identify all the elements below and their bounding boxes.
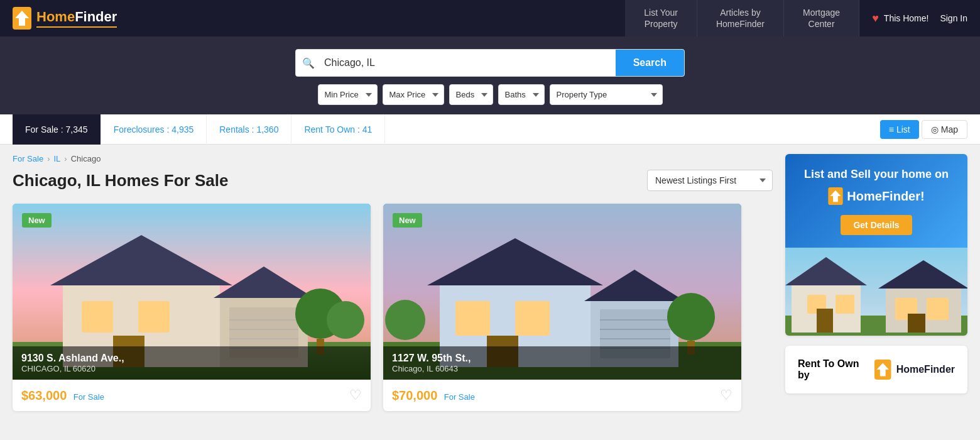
card-price-row-1: $63,000 For Sale (21, 388, 104, 403)
rent-to-own-label: Rent To Own by (798, 358, 869, 381)
svg-point-35 (385, 300, 425, 340)
favorite-button-2[interactable]: ♡ (720, 387, 732, 404)
search-area: 🔍 Search Min Price Max Price Beds Baths … (0, 36, 980, 114)
svg-rect-8 (82, 301, 113, 333)
card-footer-1: $63,000 For Sale ♡ (13, 380, 371, 411)
heart-icon: ♥ (872, 12, 879, 25)
search-input[interactable] (321, 50, 616, 76)
tab-foreclosures[interactable]: Foreclosures : 4,935 (101, 114, 207, 145)
tab-rentals[interactable]: Rentals : 1,360 (207, 114, 291, 145)
new-badge-2: New (393, 213, 422, 228)
max-price-select[interactable]: Max Price (383, 84, 444, 105)
search-icon: 🔍 (296, 57, 321, 69)
card-price-2: $70,000 (392, 388, 437, 402)
svg-point-33 (667, 293, 715, 341)
card-sale-label-1: For Sale (74, 392, 104, 402)
card-city-2: Chicago, IL 60643 (392, 364, 732, 373)
new-badge-1: New (22, 213, 52, 228)
content-area: For Sale › IL › Chicago Chicago, IL Home… (0, 145, 980, 421)
ad-rent-to-own: Rent To Own by HomeFinder (785, 346, 967, 393)
card-price-1: $63,000 (21, 388, 67, 402)
card-image-2: New 1127 W. 95th St., Chicago, IL 60643 (383, 204, 741, 380)
list-property-button[interactable]: List Your Property (625, 0, 697, 36)
card-address-1: 9130 S. Ashland Ave., CHICAGO, IL 60620 (13, 346, 371, 380)
property-card-2[interactable]: New 1127 W. 95th St., Chicago, IL 60643 … (383, 204, 741, 411)
header: HomeFinder List Your Property Articles b… (0, 0, 980, 36)
this-home-label: This Home! (884, 13, 929, 23)
search-bar: 🔍 Search (295, 49, 685, 77)
property-card-1[interactable]: New 9130 S. Ashland Ave., CHICAGO, IL 60… (13, 204, 371, 411)
breadcrumb: For Sale › IL › Chicago (13, 154, 773, 163)
property-cards: New 9130 S. Ashland Ave., CHICAGO, IL 60… (13, 204, 773, 411)
svg-rect-26 (515, 301, 550, 336)
breadcrumb-for-sale[interactable]: For Sale (13, 154, 43, 163)
card-footer-2: $70,000 For Sale ♡ (383, 380, 741, 411)
rent-to-own-brand: HomeFinder (896, 364, 955, 375)
header-right: ♥ This Home! Sign In (872, 12, 967, 25)
get-details-button[interactable]: Get Details (841, 215, 912, 235)
card-street-1: 9130 S. Ashland Ave., (21, 353, 362, 364)
sidebar: List and Sell your home on HomeFinder! G… (785, 154, 967, 411)
page-title: Chicago, IL Homes For Sale (13, 171, 228, 190)
card-street-2: 1127 W. 95th St., (392, 353, 732, 364)
map-icon: ◎ (931, 124, 939, 135)
card-image-1: New 9130 S. Ashland Ave., CHICAGO, IL 60… (13, 204, 371, 380)
logo-underline (36, 26, 117, 28)
card-city-1: CHICAGO, IL 60620 (21, 364, 362, 373)
ad-top-section: List and Sell your home on HomeFinder! G… (785, 154, 967, 248)
search-button[interactable]: Search (616, 50, 684, 76)
favorite-button-1[interactable]: ♡ (349, 387, 362, 404)
svg-point-18 (327, 301, 364, 339)
filter-row: Min Price Max Price Beds Baths Property … (318, 84, 663, 105)
logo-text: HomeFinder (36, 9, 117, 25)
card-address-2: 1127 W. 95th St., Chicago, IL 60643 (383, 346, 741, 380)
sign-in-link[interactable]: Sign In (940, 13, 967, 23)
breadcrumb-sep2: › (64, 154, 67, 163)
ad-logo-row: HomeFinder! (798, 187, 955, 205)
svg-rect-43 (836, 295, 854, 314)
breadcrumb-sep1: › (47, 154, 50, 163)
ad-house-svg (785, 248, 967, 336)
logo[interactable]: HomeFinder (13, 7, 117, 30)
ad-house-image (785, 248, 967, 336)
articles-button[interactable]: Articles by HomeFinder (697, 0, 784, 36)
ad-logo-text: HomeFinder! (847, 189, 924, 204)
logo-icon (13, 7, 31, 30)
rto-logo-icon (874, 360, 891, 380)
svg-rect-25 (455, 301, 490, 336)
tab-rent-to-own[interactable]: Rent To Own : 41 (291, 114, 385, 145)
page-title-row: Chicago, IL Homes For Sale Newest Listin… (13, 170, 773, 191)
svg-rect-9 (138, 301, 170, 333)
card-price-row-2: $70,000 For Sale (392, 388, 475, 403)
beds-select[interactable]: Beds (449, 84, 493, 105)
map-view-button[interactable]: ◎ Map (922, 120, 967, 139)
tabs-bar: For Sale : 7,345 Foreclosures : 4,935 Re… (0, 114, 980, 145)
baths-select[interactable]: Baths (498, 84, 545, 105)
list-view-button[interactable]: ≡ List (880, 120, 919, 139)
list-icon: ≡ (889, 124, 894, 135)
card-sale-label-2: For Sale (444, 392, 475, 402)
sort-select[interactable]: Newest Listings First Oldest Listings Fi… (647, 170, 773, 191)
tab-for-sale[interactable]: For Sale : 7,345 (13, 114, 101, 145)
ad-title: List and Sell your home on (798, 167, 955, 182)
svg-rect-48 (927, 298, 949, 320)
view-buttons: ≡ List ◎ Map (880, 120, 967, 139)
breadcrumb-il[interactable]: IL (53, 154, 60, 163)
nav-buttons: List Your Property Articles by HomeFinde… (625, 0, 859, 36)
min-price-select[interactable]: Min Price (318, 84, 378, 105)
svg-rect-44 (817, 309, 833, 333)
breadcrumb-chicago: Chicago (71, 154, 101, 163)
ad-logo-icon (828, 187, 843, 205)
mortgage-button[interactable]: Mortgage Center (784, 0, 859, 36)
ad-list-sell: List and Sell your home on HomeFinder! G… (785, 154, 967, 336)
main-content: For Sale › IL › Chicago Chicago, IL Home… (13, 154, 773, 411)
property-type-select[interactable]: Property Type (550, 84, 663, 105)
svg-rect-49 (908, 314, 925, 333)
